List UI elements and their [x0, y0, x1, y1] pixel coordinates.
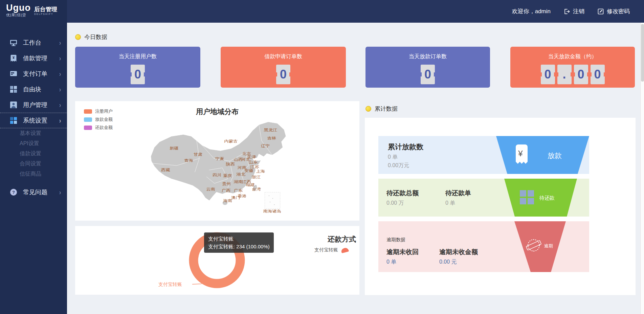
province-label: 四川 [213, 173, 222, 177]
province-label: 重庆 [223, 174, 232, 178]
stat-card-registered-users: 当天注册用户数 0 [75, 47, 200, 88]
province-label: 甘肃 [194, 152, 203, 157]
province-label: 山西 [234, 157, 243, 162]
sidebar: Uguo 优|果|信|贷 后台管理 DELPSHIFT 工作台 › ¥ 借款管理… [0, 0, 67, 314]
legend-swatch-disbursed [84, 117, 92, 122]
blocks-icon [9, 85, 18, 93]
flip-digit: 0 [131, 65, 145, 84]
sidebar-item-faq[interactable]: ? 常见问题 › [0, 184, 67, 200]
stat-card-title: 当天放款金额（约） [510, 47, 635, 60]
funnel-stage-label: 待还款 [539, 195, 555, 201]
legend-swatch-registered [84, 109, 92, 114]
province-label: 福建 [246, 183, 255, 187]
submenu-item-basic-settings[interactable]: 基本设置 [0, 128, 67, 138]
province-label: 广西 [222, 188, 231, 193]
chevron-right-icon: › [59, 70, 61, 77]
overdue-stamp-icon [526, 238, 541, 253]
pie-slice-label: 支付宝转账 [158, 282, 182, 288]
province-label: 台湾 [252, 187, 261, 192]
col-title: 逾期未收回 [386, 248, 419, 256]
user-icon [9, 101, 18, 109]
vertical-scrollbar[interactable] [640, 23, 644, 314]
province-label: 辽宁 [261, 144, 270, 148]
province-label: 上海 [256, 169, 265, 174]
sidebar-item-label: 用户管理 [23, 101, 47, 109]
flip-digit: 0 [574, 65, 588, 84]
app-title: 后台管理 [34, 6, 57, 13]
province-label: 湖北 [237, 172, 246, 177]
app-logo: Uguo 优|果|信|贷 后台管理 DELPSHIFT [0, 0, 67, 23]
province-label: 宁夏 [215, 157, 224, 161]
sidebar-item-label: 常见问题 [23, 188, 47, 196]
flip-digit: . [557, 65, 572, 84]
coin-icon [365, 106, 371, 112]
sidebar-item-label: 借款管理 [23, 54, 47, 62]
submenu-item-api-settings[interactable]: API设置 [0, 138, 67, 149]
province-label: 南海诸岛 [263, 209, 281, 214]
cumulative-data-panel: 累计放款数 0 单 0.00万元 ¥ 放款 待还款总额 0.00 万 待还款单 … [365, 118, 636, 295]
province-label: 黑龙江 [264, 128, 277, 132]
sidebar-item-workbench[interactable]: 工作台 › [0, 35, 67, 50]
col-value: 0.00 万 [386, 200, 404, 207]
province-label: 云南 [206, 187, 215, 192]
cumulative-section-title: 累计数据 [365, 105, 398, 113]
top-bar: 欢迎你，admin 注销 修改密码 [67, 0, 644, 23]
scrollbar-thumb[interactable] [641, 24, 644, 82]
col-title: 待还款单 [445, 189, 471, 198]
province-label: 山东 [249, 160, 258, 164]
tooltip-series-name: 支付宝转账 [208, 235, 270, 243]
monitor-icon [9, 39, 18, 47]
change-password-button[interactable]: 修改密码 [597, 7, 630, 15]
province-label: 新疆 [170, 146, 179, 151]
china-map[interactable]: 新疆西藏青海甘肃宁夏内蒙古黑龙江吉林辽宁北京天津河北山西山东陕西河南江苏安徽上海… [134, 114, 293, 216]
flip-digit: 0 [541, 65, 555, 84]
sidebar-item-user-management[interactable]: 用户管理 › [0, 97, 67, 113]
chevron-right-icon: › [59, 54, 61, 62]
south-sea-inset [265, 192, 280, 209]
sidebar-item-label: 支付订单 [23, 70, 47, 78]
province-label: 青海 [184, 158, 193, 163]
col-value: 0 单 [386, 259, 396, 266]
chevron-right-icon: › [59, 86, 61, 93]
legend-item[interactable]: 还款金额 [84, 124, 113, 132]
payment-card-icon [9, 70, 18, 78]
sidebar-item-free-blocks[interactable]: 自由块 › [0, 82, 67, 97]
loan-voucher-icon: ¥ [9, 54, 18, 62]
sidebar-item-label: 自由块 [23, 85, 41, 93]
logout-button[interactable]: 注销 [563, 7, 584, 15]
province-label: 吉林 [267, 136, 276, 141]
chevron-right-icon: › [59, 39, 61, 46]
app-subtitle: DELPSHIFT [34, 13, 57, 15]
chart-tooltip: 支付宝转账 支付宝转账: 234 (100.00%) [204, 232, 274, 253]
col-value: 0.00 元 [439, 259, 457, 266]
province-label: 西藏 [161, 168, 170, 172]
chevron-right-icon: › [59, 117, 61, 124]
legend-swatch-repaid [84, 126, 92, 130]
user-region-map-panel: 用户地域分布 注册用户 放款金额 还款金额 新疆西藏青海甘肃宁夏内蒙古黑龙江吉林… [75, 101, 359, 221]
sidebar-item-loan-management[interactable]: ¥ 借款管理 › [0, 50, 67, 66]
coin-icon [75, 34, 81, 40]
tooltip-value: 支付宝转账: 234 (100.00%) [208, 243, 270, 250]
sidebar-item-payment-orders[interactable]: 支付订单 › [0, 66, 67, 82]
submenu-item-credit-products[interactable]: 信征商品 [0, 169, 67, 179]
submenu-item-contract-settings[interactable]: 合同设置 [0, 159, 67, 169]
stat-card-disbursed-amount: 当天放款金额（约） 0 . 0 0 [510, 47, 635, 88]
settings-blocks-icon [9, 116, 18, 125]
province-label: 广东 [234, 188, 243, 193]
legend-item[interactable]: 放款金额 [84, 115, 113, 124]
submenu-item-loan-settings[interactable]: 借款设置 [0, 149, 67, 159]
province-label: 湖南 [234, 180, 243, 184]
stat-card-title: 当天注册用户数 [75, 47, 200, 60]
stat-card-disbursed-orders: 当天放款订单数 0 [365, 47, 490, 88]
flip-digit: 0 [591, 65, 605, 84]
col-title: 逾期未收金额 [439, 248, 478, 256]
logo-tagline: 优|果|信|贷 [6, 13, 31, 18]
sidebar-item-system-settings[interactable]: 系统设置 › [0, 113, 67, 128]
sidebar-nav: 工作台 › ¥ 借款管理 › 支付订单 › 自由块 › 用户管理 › 系统设置 … [0, 35, 67, 200]
legend-item[interactable]: 注册用户 [84, 107, 113, 115]
stat-card-title: 借款申请订单数 [221, 47, 346, 60]
funnel-stage-label: 放款 [548, 151, 562, 160]
province-label: 内蒙古 [224, 139, 238, 143]
card-amount: 0.00万元 [388, 162, 409, 169]
funnel-card-disbursed: 累计放款数 0 单 0.00万元 ¥ 放款 [378, 136, 589, 174]
